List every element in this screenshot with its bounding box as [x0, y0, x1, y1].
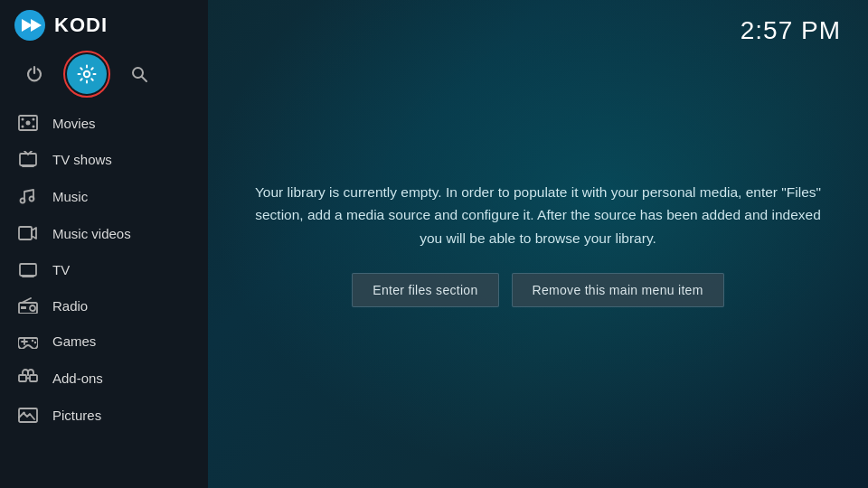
enter-files-button[interactable]: Enter files section — [352, 273, 498, 307]
svg-point-17 — [30, 305, 35, 311]
library-message-text: Your library is currently empty. In orde… — [249, 181, 827, 250]
svg-point-7 — [33, 118, 35, 121]
svg-rect-15 — [20, 264, 36, 276]
svg-point-20 — [34, 341, 36, 343]
sidebar-navigation: Movies TV shows Music — [0, 105, 208, 488]
svg-rect-14 — [19, 227, 32, 239]
sidebar-item-tvshows[interactable]: TV shows — [0, 141, 208, 177]
sidebar-top-icons — [0, 51, 208, 105]
tv-icon — [18, 261, 38, 277]
search-icon — [130, 65, 148, 83]
sidebar-item-tv[interactable]: TV — [0, 251, 208, 287]
games-icon — [18, 334, 38, 349]
svg-point-19 — [32, 339, 33, 341]
tvshows-label: TV shows — [52, 152, 112, 167]
music-label: Music — [52, 189, 88, 204]
sidebar-item-music[interactable]: Music — [0, 177, 208, 215]
search-button[interactable] — [119, 54, 159, 94]
sidebar: KODI — [0, 0, 208, 488]
library-empty-message: Your library is currently empty. In orde… — [231, 163, 845, 326]
pictures-icon — [18, 407, 38, 423]
movies-label: Movies — [52, 116, 96, 131]
remove-menu-item-button[interactable]: Remove this main menu item — [512, 273, 724, 307]
addons-label: Add-ons — [52, 371, 103, 386]
movies-icon — [18, 115, 38, 131]
pictures-label: Pictures — [52, 408, 101, 423]
svg-point-9 — [33, 126, 35, 128]
musicvideos-label: Music videos — [52, 226, 131, 241]
power-button[interactable] — [14, 54, 54, 94]
sidebar-item-radio[interactable]: Radio — [0, 287, 208, 324]
games-label: Games — [52, 333, 96, 349]
svg-point-24 — [23, 412, 25, 415]
svg-point-13 — [30, 197, 34, 202]
settings-button[interactable] — [67, 54, 107, 94]
power-icon — [25, 65, 43, 83]
main-content: 2:57 PM Your library is currently empty.… — [208, 0, 868, 488]
time-display: 2:57 PM — [741, 16, 841, 45]
app-title: KODI — [54, 14, 108, 37]
svg-point-6 — [22, 118, 24, 121]
tv-label: TV — [52, 262, 70, 277]
sidebar-item-musicvideos[interactable]: Music videos — [0, 215, 208, 251]
svg-point-12 — [21, 199, 25, 203]
sidebar-item-pictures[interactable]: Pictures — [0, 397, 208, 433]
sidebar-item-addons[interactable]: Add-ons — [0, 359, 208, 397]
svg-rect-21 — [19, 375, 26, 381]
radio-label: Radio — [52, 298, 88, 314]
sidebar-item-games[interactable]: Games — [0, 324, 208, 359]
radio-icon — [18, 297, 38, 314]
svg-point-8 — [22, 126, 24, 128]
settings-icon — [77, 64, 97, 84]
library-action-buttons: Enter files section Remove this main men… — [249, 273, 827, 307]
svg-rect-22 — [30, 375, 37, 381]
svg-rect-18 — [21, 306, 26, 309]
svg-point-3 — [84, 71, 90, 77]
sidebar-item-movies[interactable]: Movies — [0, 105, 208, 141]
kodi-logo-icon — [14, 10, 45, 41]
musicvideos-icon — [18, 225, 38, 241]
tvshows-icon — [18, 151, 38, 167]
music-icon — [18, 187, 38, 205]
app-header: KODI — [0, 0, 208, 51]
addons-icon — [18, 369, 38, 387]
svg-point-10 — [26, 121, 31, 126]
